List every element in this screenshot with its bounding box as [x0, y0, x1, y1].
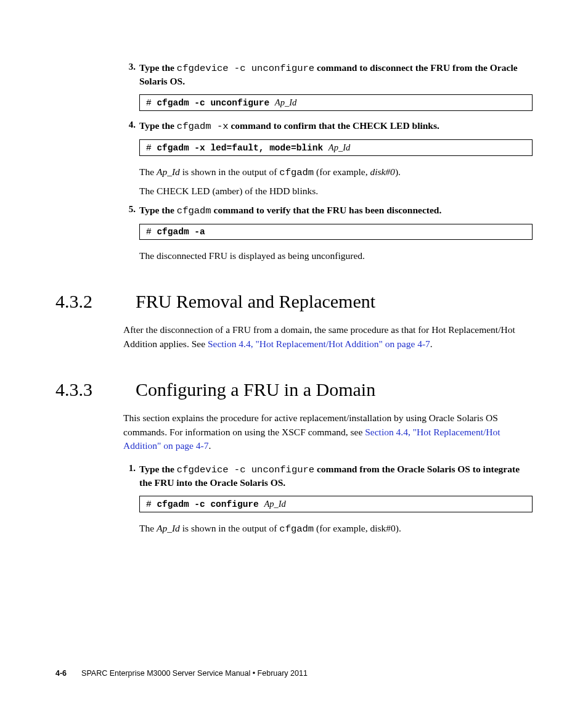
text: is shown in the output of [180, 166, 279, 177]
step-4: 4. Type the cfgadm -x command to confirm… [123, 120, 533, 133]
command: cfgadm -c unconfigure [157, 98, 274, 108]
italic-text: Ap_Id [157, 523, 180, 533]
text: Type the [139, 62, 177, 73]
argument: Ap_Id [264, 499, 285, 509]
text: command to confirm that the CHECK LED bl… [229, 120, 439, 131]
section-heading-432: 4.3.2 FRU Removal and Replacement [55, 291, 533, 312]
step-text: Type the cfgdevice -c unconfigure comman… [139, 463, 533, 490]
section-body: This section explains the procedure for … [123, 411, 533, 536]
command: cfgadm -x led=fault, mode=blink [157, 143, 328, 153]
mono-text: cfgadm [279, 167, 314, 178]
code-block: # cfgadm -x led=fault, mode=blink Ap_Id [139, 139, 533, 156]
page-number: 4-6 [55, 669, 67, 678]
content-column: 3. Type the cfgdevice -c unconfigure com… [123, 62, 533, 263]
step-text: Type the cfgdevice -c unconfigure comman… [139, 62, 533, 88]
prompt: # [146, 227, 157, 237]
footer-title: SPARC Enterprise M3000 Server Service Ma… [81, 669, 308, 678]
section-body: After the disconnection of a FRU from a … [123, 323, 533, 351]
command-text: cfgdevice -c unconfigure [177, 464, 314, 475]
step-text: Type the cfgadm -x command to confirm th… [139, 120, 533, 133]
section-title: Configuring a FRU in a Domain [136, 379, 375, 400]
step-number: 4. [123, 120, 139, 133]
step-3: 3. Type the cfgdevice -c unconfigure com… [123, 62, 533, 88]
command-text: cfgdevice -c unconfigure [177, 63, 314, 74]
paragraph: The Ap_Id is shown in the output of cfga… [139, 521, 533, 536]
section-number: 4.3.2 [55, 291, 136, 312]
text: Type the [139, 120, 177, 131]
code-block: # cfgadm -c configure Ap_Id [139, 496, 533, 512]
text: The [139, 166, 157, 177]
text: Type the [139, 464, 177, 474]
step-number: 5. [123, 204, 139, 218]
text: (for example, [314, 166, 370, 177]
text: (for example, disk#0). [314, 523, 401, 533]
paragraph: After the disconnection of a FRU from a … [123, 323, 533, 351]
step-5: 5. Type the cfgadm command to verify tha… [123, 204, 533, 218]
section-heading-433: 4.3.3 Configuring a FRU in a Domain [55, 379, 533, 400]
argument: Ap_Id [329, 142, 350, 152]
text: . [209, 440, 211, 451]
section-number: 4.3.3 [55, 379, 136, 400]
italic-text: Ap_Id [157, 166, 180, 177]
text: The [139, 523, 157, 533]
argument: Ap_Id [275, 97, 296, 107]
command-text: cfgadm [177, 205, 211, 216]
italic-text: disk#0 [370, 166, 394, 177]
code-block: # cfgadm -a [139, 224, 533, 240]
page-footer: 4-6SPARC Enterprise M3000 Server Service… [55, 669, 533, 678]
command: cfgadm -c configure [157, 499, 264, 509]
step-1: 1. Type the cfgdevice -c unconfigure com… [123, 463, 533, 490]
mono-text: cfgadm [279, 523, 314, 535]
cross-reference-link[interactable]: Section 4.4, "Hot Replacement/Hot Additi… [208, 339, 430, 349]
paragraph: The disconnected FRU is displayed as bei… [139, 248, 533, 263]
command: cfgadm -a [157, 227, 205, 237]
step-number: 1. [123, 463, 139, 490]
step-number: 3. [123, 62, 139, 88]
text: ). [395, 166, 401, 177]
prompt: # [146, 499, 157, 509]
text: Type the [139, 205, 177, 215]
step-text: Type the cfgadm command to verify that t… [139, 204, 533, 218]
prompt: # [146, 143, 157, 153]
page: 3. Type the cfgdevice -c unconfigure com… [0, 0, 588, 706]
text: is shown in the output of [180, 523, 279, 533]
paragraph: The Ap_Id is shown in the output of cfga… [139, 165, 533, 180]
section-title: FRU Removal and Replacement [136, 291, 375, 312]
code-block: # cfgadm -c unconfigure Ap_Id [139, 94, 533, 111]
paragraph: This section explains the procedure for … [123, 411, 533, 453]
text: command to verify that the FRU has been … [211, 205, 442, 215]
text: . [430, 339, 433, 349]
paragraph: The CHECK LED (amber) of the HDD blinks. [139, 184, 533, 198]
command-text: cfgadm -x [177, 121, 229, 132]
prompt: # [146, 98, 157, 108]
